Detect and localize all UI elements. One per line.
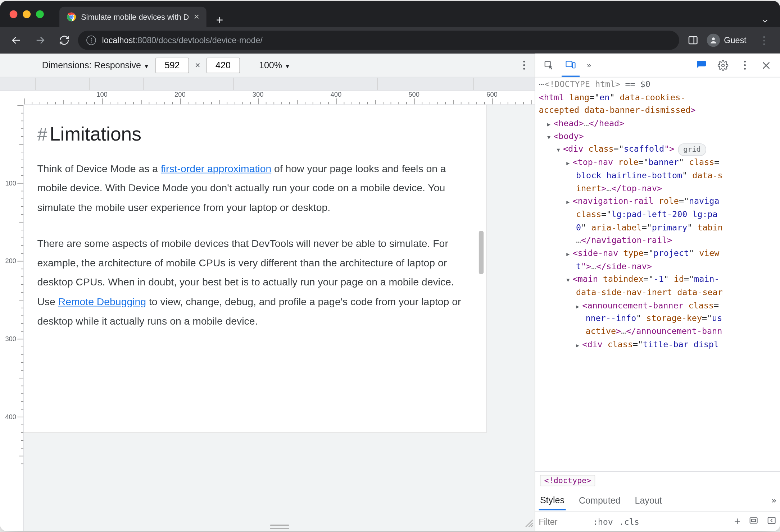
browser-window: Simulate mobile devices with D × + i — [0, 1, 780, 531]
browser-toolbar: i localhost:8080/docs/devtools/device-mo… — [0, 27, 780, 53]
devtools-panel: » ⋯<!DOCTYPE html>== $0 <html lang="en" … — [535, 54, 780, 531]
diagonal-resize-icon[interactable] — [524, 518, 534, 530]
window-controls — [6, 1, 44, 27]
media-query-bar[interactable] — [0, 77, 535, 91]
forward-button[interactable] — [30, 30, 50, 51]
close-tab-icon[interactable]: × — [194, 12, 200, 22]
grid-badge[interactable]: grid — [678, 144, 706, 156]
devtools-toolbar: » — [535, 54, 780, 78]
profile-label: Guest — [724, 36, 746, 45]
profile-chip[interactable]: Guest — [704, 32, 752, 48]
tab-layout[interactable]: Layout — [634, 491, 663, 509]
workspace: Dimensions: Responsive▼ × 100%▼ 10020030… — [0, 54, 780, 531]
elements-tree[interactable]: ⋯<!DOCTYPE html>== $0 <html lang="en" da… — [535, 77, 780, 471]
back-button[interactable] — [6, 30, 27, 51]
tab-strip: Simulate mobile devices with D × + — [0, 1, 780, 27]
cls-toggle[interactable]: .cls — [619, 517, 639, 526]
first-order-link[interactable]: first-order approximation — [161, 163, 271, 175]
device-toolbar: Dimensions: Responsive▼ × 100%▼ — [0, 54, 535, 78]
tab-title: Simulate mobile devices with D — [81, 13, 189, 22]
svg-rect-14 — [572, 62, 575, 68]
frame-scrollbar[interactable] — [479, 231, 483, 274]
inspect-button[interactable] — [540, 56, 558, 74]
zoom-window-button[interactable] — [36, 10, 44, 18]
url-text: localhost:8080/docs/devtools/device-mode… — [102, 36, 263, 45]
site-info-icon[interactable]: i — [86, 36, 96, 45]
styles-filter-bar: :hov .cls + — [535, 511, 780, 531]
breadcrumb-bar[interactable]: <!doctype> — [535, 471, 780, 489]
more-styles-tabs[interactable]: » — [771, 495, 776, 505]
styles-tabs: Styles Computed Layout » — [535, 489, 780, 511]
side-panel-button[interactable] — [682, 30, 703, 51]
toggle-sidebar-icon[interactable] — [767, 515, 776, 527]
browser-chrome: Simulate mobile devices with D × + i — [0, 1, 780, 54]
address-bar[interactable]: i localhost:8080/docs/devtools/device-mo… — [78, 31, 679, 50]
devtools-close-button[interactable] — [757, 56, 775, 74]
issues-button[interactable] — [693, 56, 711, 74]
browser-menu-button[interactable] — [754, 30, 774, 51]
browser-tab[interactable]: Simulate mobile devices with D × — [59, 7, 207, 27]
tab-search-button[interactable] — [756, 17, 774, 27]
width-input[interactable] — [155, 58, 189, 73]
horizontal-ruler: 100200300400500600 — [24, 91, 535, 105]
tab-computed[interactable]: Computed — [578, 491, 622, 509]
svg-rect-19 — [752, 519, 756, 522]
new-tab-button[interactable]: + — [211, 13, 228, 27]
height-resize-handle[interactable] — [270, 525, 289, 529]
computed-layout-icon[interactable] — [749, 515, 758, 527]
add-rule-button[interactable]: + — [734, 515, 740, 528]
styles-filter-input[interactable] — [539, 517, 587, 526]
device-menu-button[interactable] — [520, 57, 529, 73]
svg-point-3 — [70, 16, 73, 18]
svg-point-15 — [722, 64, 725, 67]
minimize-window-button[interactable] — [23, 10, 31, 18]
page-heading: #Limitations — [37, 123, 472, 145]
svg-rect-13 — [566, 61, 572, 66]
svg-point-8 — [712, 37, 715, 40]
svg-line-11 — [531, 525, 533, 527]
times-glyph: × — [195, 60, 200, 70]
reload-button[interactable] — [54, 30, 74, 51]
devtools-menu-button[interactable] — [736, 56, 754, 74]
page-paragraph-1: Think of Device Mode as a first-order ap… — [37, 160, 472, 218]
device-frame[interactable]: #Limitations Think of Device Mode as a f… — [24, 105, 486, 432]
more-tabs-button[interactable]: » — [583, 61, 595, 70]
height-input[interactable] — [206, 58, 240, 73]
toggle-device-button[interactable] — [562, 54, 580, 77]
remote-debugging-link[interactable]: Remote Debugging — [58, 296, 146, 308]
avatar-icon — [707, 34, 720, 47]
zoom-select[interactable]: 100%▼ — [259, 60, 290, 70]
svg-rect-18 — [750, 517, 757, 523]
device-stage: #Limitations Think of Device Mode as a f… — [24, 105, 535, 531]
chrome-favicon-icon — [67, 12, 76, 22]
dimensions-select[interactable]: Dimensions: Responsive▼ — [42, 60, 149, 70]
breadcrumb-doctype[interactable]: <!doctype> — [540, 475, 595, 486]
close-window-button[interactable] — [10, 10, 18, 18]
svg-rect-6 — [689, 37, 697, 44]
settings-button[interactable] — [714, 56, 732, 74]
hash-icon: # — [37, 124, 47, 144]
device-mode-pane: Dimensions: Responsive▼ × 100%▼ 10020030… — [0, 54, 535, 531]
page-paragraph-2: There are some aspects of mobile devices… — [37, 234, 472, 331]
tab-styles[interactable]: Styles — [539, 490, 566, 510]
hov-toggle[interactable]: :hov — [593, 517, 613, 526]
viewport-area: 100200300400500600 100200300400 #Limitat… — [0, 91, 535, 531]
svg-rect-20 — [768, 517, 775, 523]
vertical-ruler: 100200300400 — [0, 105, 24, 531]
toolbar-right: Guest — [682, 30, 774, 51]
